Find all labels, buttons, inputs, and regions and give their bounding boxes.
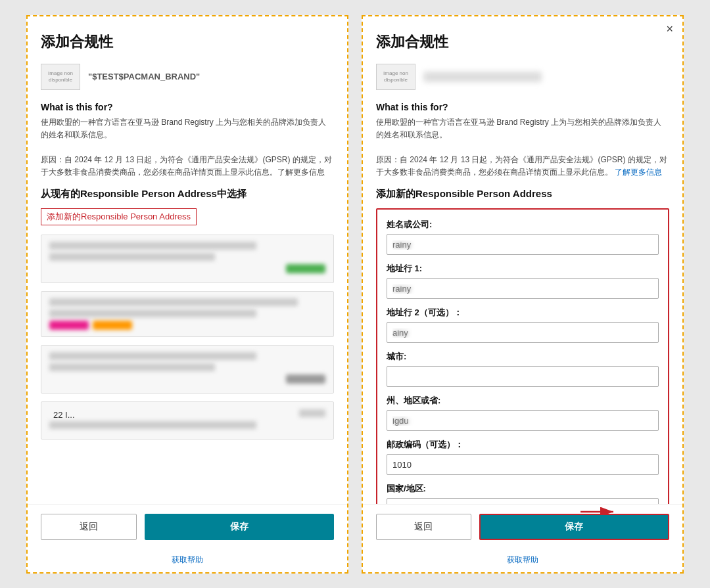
right-description: 使用欧盟的一种官方语言在亚马逊 Brand Registry 上为与您相关的品牌… xyxy=(376,116,669,179)
right-panel-title: 添加合规性 xyxy=(376,32,669,52)
left-from-existing-label: 从现有的Responsible Person Address中选择 xyxy=(41,188,334,200)
status-badge-pink xyxy=(49,321,89,330)
page-badge: 22 I... xyxy=(49,409,79,421)
blurred-line xyxy=(49,309,256,317)
country-select[interactable]: Ireland Germany France Italy Spain Nethe… xyxy=(387,498,659,503)
status-badge-gray xyxy=(286,374,325,384)
left-help-link[interactable]: 获取帮助 xyxy=(28,549,347,572)
state-label: 州、地区或省: xyxy=(387,395,659,407)
right-save-button[interactable]: 保存 xyxy=(479,514,669,540)
address1-input[interactable] xyxy=(387,278,659,299)
blurred-line xyxy=(49,242,256,250)
existing-address-4[interactable]: 22 I... xyxy=(41,401,334,440)
country-label: 国家/地区: xyxy=(387,483,659,495)
field-postal: 邮政编码（可选）： xyxy=(387,439,659,475)
right-help-link[interactable]: 获取帮助 xyxy=(363,549,682,572)
blurred-line xyxy=(49,421,256,429)
field-address2: 地址行 2（可选）： xyxy=(387,307,659,343)
city-label: 城市: xyxy=(387,351,659,363)
status-badge-green xyxy=(286,264,325,273)
city-input[interactable] xyxy=(387,366,659,387)
address2-input[interactable] xyxy=(387,322,659,343)
blurred-line xyxy=(49,253,215,261)
field-country: 国家/地区: Ireland Germany France Italy Spai… xyxy=(387,483,659,503)
left-save-button[interactable]: 保存 xyxy=(145,514,334,540)
right-form-section: 姓名或公司: 地址行 1: 地址行 2（可选）： 城市: 州、地区或省: 邮政编 xyxy=(376,208,669,503)
right-panel-content: 添加合规性 Image nondisponible What is this f… xyxy=(363,16,682,504)
existing-address-2[interactable] xyxy=(41,291,334,337)
name-input[interactable] xyxy=(387,234,659,255)
existing-address-1[interactable] xyxy=(41,235,334,283)
right-back-button[interactable]: 返回 xyxy=(376,514,471,540)
left-brand-name: "$TEST$PACMAN_BRAND" xyxy=(88,72,200,81)
blurred-line xyxy=(49,352,256,360)
right-brand-name-blurred xyxy=(423,72,542,82)
status-badge-orange xyxy=(93,321,132,330)
field-city: 城市: xyxy=(387,351,659,387)
left-back-button[interactable]: 返回 xyxy=(41,514,137,540)
left-panel: 添加合规性 Image nondisponible "$TEST$PACMAN_… xyxy=(26,15,348,574)
right-brand-row: Image nondisponible xyxy=(376,64,669,90)
name-label: 姓名或公司: xyxy=(387,219,659,231)
left-panel-content: 添加合规性 Image nondisponible "$TEST$PACMAN_… xyxy=(28,16,347,504)
left-add-new-link[interactable]: 添加新的Responsible Person Address xyxy=(41,208,197,225)
close-button[interactable]: × xyxy=(666,23,673,35)
right-form-section-title: 添加新的Responsible Person Address xyxy=(376,188,669,200)
field-address1: 地址行 1: xyxy=(387,263,659,299)
postal-label: 邮政编码（可选）： xyxy=(387,439,659,451)
postal-input[interactable] xyxy=(387,454,659,475)
left-footer-buttons: 返回 保存 xyxy=(28,504,347,549)
blurred-line xyxy=(299,409,325,417)
learn-more-link[interactable]: 了解更多信息 xyxy=(615,168,662,177)
right-panel: × 添加合规性 Image nondisponible What is this… xyxy=(362,15,684,574)
blurred-line xyxy=(49,298,298,306)
left-brand-image: Image nondisponible xyxy=(41,64,80,90)
left-brand-row: Image nondisponible "$TEST$PACMAN_BRAND" xyxy=(41,64,334,90)
right-brand-image: Image nondisponible xyxy=(376,64,415,90)
left-panel-title: 添加合规性 xyxy=(41,32,334,52)
left-description: 使用欧盟的一种官方语言在亚马逊 Brand Registry 上为与您相关的品牌… xyxy=(41,116,334,179)
state-input[interactable] xyxy=(387,410,659,431)
field-name: 姓名或公司: xyxy=(387,219,659,255)
right-footer-buttons: 返回 保存 xyxy=(363,504,682,549)
right-what-is-this-label: What is this for? xyxy=(376,102,669,112)
address2-label: 地址行 2（可选）： xyxy=(387,307,659,319)
blurred-line xyxy=(49,363,215,371)
field-state: 州、地区或省: xyxy=(387,395,659,431)
existing-address-3[interactable] xyxy=(41,345,334,394)
left-what-is-this-label: What is this for? xyxy=(41,102,334,112)
address1-label: 地址行 1: xyxy=(387,263,659,275)
